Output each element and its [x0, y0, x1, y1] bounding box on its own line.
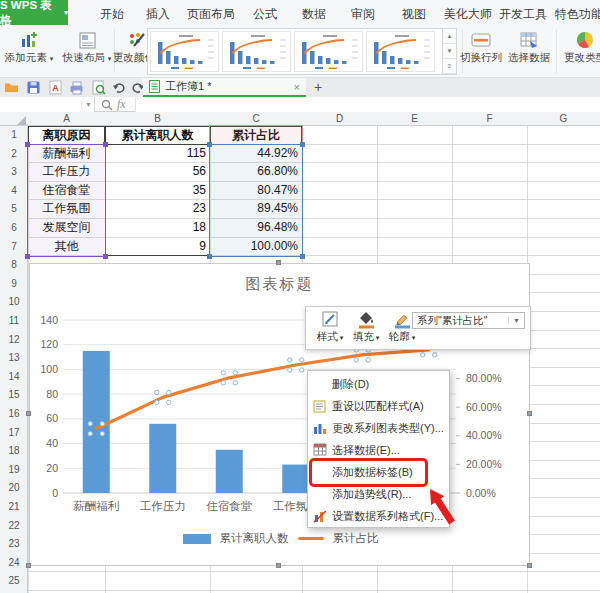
- cell-C6[interactable]: 96.48%: [210, 219, 302, 238]
- row-header-2[interactable]: 2: [0, 145, 28, 164]
- menu-tab-5[interactable]: 数据: [302, 6, 326, 23]
- menu-tab-8[interactable]: 美化大师: [444, 6, 492, 23]
- cell-A6[interactable]: 发展空间: [28, 219, 105, 238]
- chart-handle-right[interactable]: [527, 411, 532, 416]
- column-header-G[interactable]: G: [527, 113, 600, 124]
- select-all-corner[interactable]: [17, 116, 26, 125]
- cell-B5[interactable]: 23: [105, 200, 210, 219]
- cell-C7[interactable]: 100.00%: [210, 238, 302, 257]
- cell-B2[interactable]: 115: [105, 145, 210, 164]
- cell-C5[interactable]: 89.45%: [210, 200, 302, 219]
- export-pdf-icon[interactable]: A: [48, 80, 63, 95]
- row-header-10[interactable]: 10: [0, 293, 28, 312]
- chart-style-thumbnail[interactable]: [366, 31, 435, 72]
- bar-工作压力[interactable]: [149, 424, 176, 493]
- row-header-19[interactable]: 19: [0, 461, 28, 480]
- row-header-25[interactable]: 25: [0, 572, 28, 591]
- cell-A2[interactable]: 薪酬福利: [28, 145, 105, 164]
- menu-item-add-trendline[interactable]: 添加趋势线(R)...: [308, 483, 449, 505]
- chart-handle-bottom[interactable]: [276, 563, 281, 568]
- cell-A3[interactable]: 工作压力: [28, 163, 105, 182]
- menu-tab-3[interactable]: 页面布局: [187, 6, 235, 23]
- bar-住宿食堂[interactable]: [216, 450, 243, 493]
- row-header-23[interactable]: 23: [0, 535, 28, 554]
- row-header-12[interactable]: 12: [0, 331, 28, 350]
- magnifier-icon[interactable]: [101, 99, 113, 111]
- chart-style-thumbnail[interactable]: [150, 31, 219, 72]
- row-header-24[interactable]: 24: [0, 554, 28, 573]
- chart-style-thumbnail[interactable]: [222, 31, 291, 72]
- menu-tab-6[interactable]: 审阅: [351, 6, 375, 23]
- row-header-8[interactable]: 8: [0, 256, 28, 275]
- chart-handle-bottom-right[interactable]: [527, 563, 532, 568]
- bar-工作氛围[interactable]: [282, 465, 309, 493]
- menu-tab-2[interactable]: 插入: [146, 6, 170, 23]
- document-tab[interactable]: 工作簿1 * ×: [143, 78, 306, 97]
- menu-tab-10[interactable]: 特色功能: [555, 6, 600, 23]
- row-header-17[interactable]: 17: [0, 424, 28, 443]
- formula-input[interactable]: [135, 97, 600, 112]
- row-header-16[interactable]: 16: [0, 405, 28, 424]
- menu-item-add-data-labels[interactable]: 添加数据标签(B): [308, 461, 449, 483]
- open-folder-icon[interactable]: [4, 80, 19, 95]
- row-header-6[interactable]: 6: [0, 219, 28, 238]
- row-header-11[interactable]: 11: [0, 312, 28, 331]
- row-header-18[interactable]: 18: [0, 442, 28, 461]
- chart-handle-bottom-left[interactable]: [26, 563, 31, 568]
- chart-style-gallery[interactable]: [147, 28, 443, 75]
- menu-item-reset-style[interactable]: 重设以匹配样式(A): [308, 395, 449, 417]
- column-header-E[interactable]: E: [377, 113, 452, 124]
- wps-app-button[interactable]: S WPS 表格 ▾: [0, 0, 68, 25]
- menu-item-select-data[interactable]: 选择数据(E)...: [308, 439, 449, 461]
- add-element-button[interactable]: 添加元素 ▾: [0, 29, 58, 65]
- row-header-7[interactable]: 7: [0, 238, 28, 257]
- row-header-13[interactable]: 13: [0, 349, 28, 368]
- chart-legend[interactable]: 累计离职人数 累计占比: [63, 531, 498, 546]
- row-header-9[interactable]: 9: [0, 275, 28, 294]
- row-header-15[interactable]: 15: [0, 386, 28, 405]
- print-preview-icon[interactable]: [91, 80, 106, 95]
- column-header-B[interactable]: B: [105, 113, 210, 124]
- column-header-C[interactable]: C: [210, 113, 302, 124]
- cell-B7[interactable]: 9: [105, 238, 210, 257]
- menu-tab-9[interactable]: 开发工具: [499, 6, 547, 23]
- save-icon[interactable]: [26, 80, 41, 95]
- row-header-3[interactable]: 3: [0, 163, 28, 182]
- row-header-22[interactable]: 22: [0, 517, 28, 536]
- chart-handle-left[interactable]: [26, 411, 31, 416]
- chart-style-thumbnail[interactable]: [294, 31, 363, 72]
- column-header-F[interactable]: F: [452, 113, 527, 124]
- undo-icon[interactable]: [112, 80, 127, 95]
- fill-button[interactable]: 填充 ▾: [348, 310, 384, 344]
- chart-handle-top[interactable]: [276, 260, 281, 265]
- menu-tab-7[interactable]: 视图: [402, 6, 426, 23]
- bar-薪酬福利[interactable]: [83, 351, 110, 493]
- style-button[interactable]: 样式 ▾: [312, 310, 348, 344]
- row-header-20[interactable]: 20: [0, 479, 28, 498]
- change-type-button[interactable]: 更改类型: [556, 29, 600, 65]
- cell-B1[interactable]: 累计离职人数: [105, 126, 210, 145]
- cell-B6[interactable]: 18: [105, 219, 210, 238]
- select-data-button[interactable]: 选择数据: [500, 29, 558, 65]
- chart-title[interactable]: 图表标题: [30, 275, 529, 294]
- cell-A7[interactable]: 其他: [28, 238, 105, 257]
- menu-item-change-series-type[interactable]: 更改系列图表类型(Y)...: [308, 417, 449, 439]
- cell-A5[interactable]: 工作氛围: [28, 200, 105, 219]
- close-tab-icon[interactable]: ×: [294, 81, 300, 93]
- row-header-21[interactable]: 21: [0, 498, 28, 517]
- name-box[interactable]: ▼: [0, 97, 95, 112]
- cell-C1[interactable]: 累计占比: [210, 126, 302, 145]
- column-header-D[interactable]: D: [302, 113, 377, 124]
- cell-B4[interactable]: 35: [105, 182, 210, 201]
- row-header-14[interactable]: 14: [0, 368, 28, 387]
- cell-C4[interactable]: 80.47%: [210, 182, 302, 201]
- cell-A4[interactable]: 住宿食堂: [28, 182, 105, 201]
- menu-tab-1[interactable]: 开始: [100, 6, 124, 23]
- column-header-A[interactable]: A: [28, 113, 105, 124]
- cell-C3[interactable]: 66.80%: [210, 163, 302, 182]
- row-header-5[interactable]: 5: [0, 200, 28, 219]
- menu-tab-4[interactable]: 公式: [253, 6, 277, 23]
- cell-C2[interactable]: 44.92%: [210, 145, 302, 164]
- cell-A1[interactable]: 离职原因: [28, 126, 105, 145]
- new-tab-button[interactable]: +: [310, 78, 326, 97]
